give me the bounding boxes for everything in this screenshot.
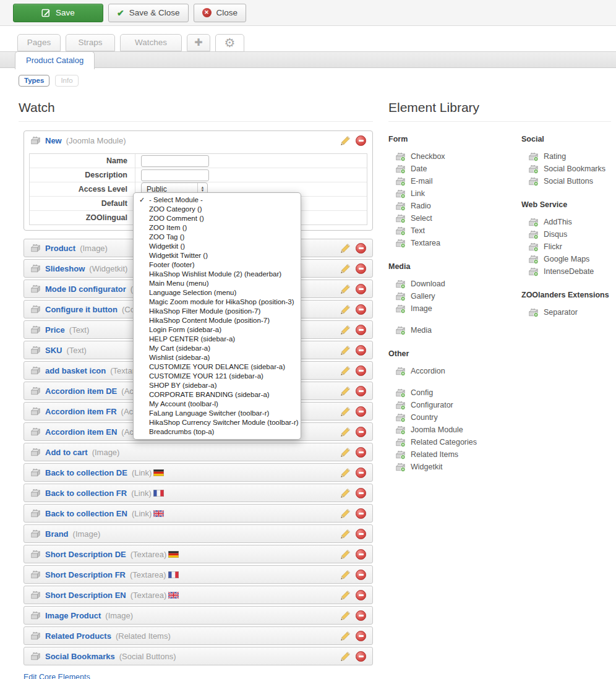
- delete-minus-icon[interactable]: [356, 549, 366, 560]
- dropdown-option[interactable]: Language Selection (menu): [134, 288, 301, 297]
- edit-pencil-icon[interactable]: [340, 304, 351, 315]
- save-button[interactable]: Save: [13, 4, 103, 22]
- edit-pencil-icon[interactable]: [340, 385, 351, 397]
- dropdown-option[interactable]: HikaShop Wishlist Module (2) (headerbar): [134, 270, 301, 279]
- library-item[interactable]: Widgetkit: [388, 461, 521, 473]
- library-item[interactable]: Radio: [388, 200, 521, 212]
- dropdown-option[interactable]: My Account (toolbar-l): [134, 399, 301, 409]
- edit-pencil-icon[interactable]: [340, 344, 351, 356]
- edit-pencil-icon[interactable]: [340, 242, 351, 254]
- tab-product-catalog[interactable]: Product Catalog: [15, 51, 95, 69]
- edit-pencil-icon[interactable]: [340, 651, 351, 662]
- delete-minus-icon[interactable]: [356, 284, 366, 294]
- dropdown-option[interactable]: ZOO Tag (): [134, 233, 301, 242]
- library-item[interactable]: Date: [388, 163, 521, 175]
- dropdown-option[interactable]: HikaShop Filter Module (position-7): [134, 307, 301, 316]
- edit-pencil-icon[interactable]: [340, 569, 351, 581]
- save-and-close-button[interactable]: ✔ Save & Close: [108, 4, 189, 22]
- library-item[interactable]: E-mail: [388, 175, 521, 187]
- dropdown-option[interactable]: HELP CENTER (sidebar-a): [134, 335, 301, 344]
- new-element-header[interactable]: New (Joomla Module): [24, 131, 372, 150]
- element-row[interactable]: Back to collection DE(Link): [24, 463, 373, 482]
- delete-minus-icon[interactable]: [356, 345, 366, 356]
- dropdown-option[interactable]: CUSTOMIZE YOUR 121 (sidebar-a): [134, 372, 301, 381]
- library-item[interactable]: Select: [388, 212, 521, 224]
- library-item[interactable]: Country: [388, 411, 521, 424]
- library-item[interactable]: IntenseDebate: [521, 265, 611, 278]
- element-row[interactable]: Back to collection EN(Link): [24, 504, 373, 523]
- library-item[interactable]: Image: [388, 302, 521, 315]
- element-row[interactable]: Short Description DE(Textarea): [24, 545, 373, 563]
- library-item[interactable]: Configurator: [388, 399, 521, 411]
- edit-pencil-icon[interactable]: [340, 135, 351, 147]
- dropdown-option[interactable]: CORPORATE BRANDING (sidebar-a): [134, 390, 301, 399]
- edit-pencil-icon[interactable]: [340, 365, 351, 377]
- edit-pencil-icon[interactable]: [340, 508, 351, 519]
- library-item[interactable]: Social Buttons: [521, 175, 611, 187]
- dropdown-option[interactable]: Widgetkit (): [134, 242, 301, 251]
- library-item[interactable]: Rating: [521, 150, 611, 163]
- delete-minus-icon[interactable]: [356, 468, 366, 478]
- library-item[interactable]: Accordion: [388, 365, 521, 377]
- dropdown-option[interactable]: ZOO Item (): [134, 223, 301, 233]
- delete-minus-icon[interactable]: [356, 590, 366, 600]
- delete-minus-icon[interactable]: [356, 243, 366, 254]
- dropdown-option[interactable]: Main Menu (menu): [134, 279, 301, 288]
- library-item[interactable]: Google Maps: [521, 253, 611, 265]
- dropdown-option[interactable]: Breadcrumbs (top-a): [134, 427, 301, 437]
- element-row[interactable]: Short Description EN(Textarea): [24, 586, 373, 604]
- library-item[interactable]: Flickr: [521, 241, 611, 253]
- dropdown-option[interactable]: Wishlist (sidebar-a): [134, 353, 301, 362]
- dropdown-option[interactable]: Footer (footer): [134, 260, 301, 270]
- edit-pencil-icon[interactable]: [340, 467, 351, 479]
- delete-minus-icon[interactable]: [356, 610, 366, 621]
- library-item[interactable]: Joomla Module: [388, 424, 521, 436]
- edit-pencil-icon[interactable]: [340, 549, 351, 560]
- library-item[interactable]: Checkbox: [388, 150, 521, 163]
- delete-minus-icon[interactable]: [356, 406, 366, 417]
- dropdown-option[interactable]: HikaShop Content Module (position-7): [134, 316, 301, 325]
- library-item[interactable]: Social Bookmarks: [521, 163, 611, 175]
- tab-pages[interactable]: Pages: [17, 34, 61, 51]
- edit-pencil-icon[interactable]: [340, 610, 351, 621]
- delete-minus-icon[interactable]: [356, 651, 366, 662]
- edit-pencil-icon[interactable]: [340, 589, 351, 601]
- library-item[interactable]: AddThis: [521, 216, 611, 228]
- dropdown-option[interactable]: My Cart (sidebar-a): [134, 344, 301, 353]
- edit-pencil-icon[interactable]: [340, 446, 351, 458]
- library-item[interactable]: Link: [388, 187, 521, 200]
- dropdown-option[interactable]: HikaShop Currency Switcher Module (toolb…: [134, 418, 301, 427]
- library-item[interactable]: Related Categories: [388, 436, 521, 448]
- edit-pencil-icon[interactable]: [340, 263, 351, 275]
- library-item[interactable]: Gallery: [388, 290, 521, 302]
- tab-straps[interactable]: Straps: [66, 34, 115, 51]
- element-row[interactable]: Short Description FR(Textarea): [24, 565, 373, 584]
- element-row[interactable]: Add to cart(Image): [24, 443, 373, 461]
- edit-pencil-icon[interactable]: [340, 324, 351, 336]
- dropdown-option[interactable]: Widgetkit Twitter (): [134, 251, 301, 260]
- dropdown-option[interactable]: SHOP BY (sidebar-a): [134, 381, 301, 390]
- element-row[interactable]: Social Bookmarks(Social Buttons): [24, 647, 373, 665]
- library-item[interactable]: Config: [388, 386, 521, 399]
- edit-core-elements-link[interactable]: Edit Core Elements: [24, 673, 90, 679]
- add-type-tab[interactable]: ✚: [187, 34, 210, 51]
- delete-minus-icon[interactable]: [356, 508, 366, 519]
- tab-watches[interactable]: Watches: [120, 34, 182, 51]
- delete-minus-icon[interactable]: [356, 631, 366, 641]
- view-button-types[interactable]: Types: [19, 75, 49, 87]
- settings-tab[interactable]: ⚙: [215, 34, 244, 52]
- dropdown-option[interactable]: Login Form (sidebar-a): [134, 325, 301, 335]
- delete-minus-icon[interactable]: [356, 386, 366, 396]
- description-input[interactable]: [141, 169, 209, 181]
- element-row[interactable]: Image Product(Image): [24, 606, 373, 625]
- edit-pencil-icon[interactable]: [340, 528, 351, 540]
- dropdown-option[interactable]: CUSTOMIZE YOUR DELANCE (sidebar-a): [134, 362, 301, 372]
- delete-minus-icon[interactable]: [356, 365, 366, 376]
- delete-minus-icon[interactable]: [356, 570, 366, 580]
- element-row[interactable]: Brand(Image): [24, 524, 373, 543]
- library-item[interactable]: Text: [388, 224, 521, 237]
- edit-pencil-icon[interactable]: [340, 283, 351, 295]
- edit-pencil-icon[interactable]: [340, 406, 351, 417]
- element-row[interactable]: Back to collection FR(Link): [24, 484, 373, 502]
- delete-minus-icon[interactable]: [356, 325, 366, 335]
